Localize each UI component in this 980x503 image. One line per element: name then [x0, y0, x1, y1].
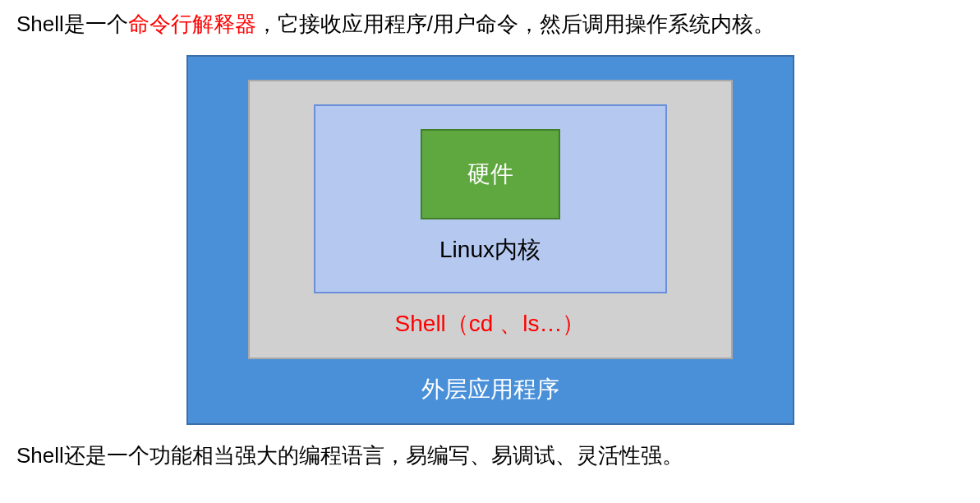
intro-suffix: ，它接收应用程序/用户命令，然后调用操作系统内核。	[256, 12, 775, 36]
intro-prefix: Shell是一个	[16, 12, 128, 36]
outer-apps-label: 外层应用程序	[421, 374, 559, 405]
kernel-label: Linux内核	[439, 234, 541, 265]
layer-kernel: 硬件 Linux内核	[314, 104, 667, 293]
intro-sentence: Shell是一个命令行解释器，它接收应用程序/用户命令，然后调用操作系统内核。	[16, 8, 964, 40]
intro-highlight: 命令行解释器	[128, 12, 256, 36]
shell-label: Shell（cd 、ls…）	[395, 308, 586, 339]
layer-shell: 硬件 Linux内核 Shell（cd 、ls…）	[248, 80, 733, 359]
layer-hardware: 硬件	[421, 129, 560, 219]
hardware-label: 硬件	[467, 159, 513, 190]
architecture-diagram: 硬件 Linux内核 Shell（cd 、ls…） 外层应用程序	[16, 55, 964, 425]
closing-sentence: Shell还是一个功能相当强大的编程语言，易编写、易调试、灵活性强。	[16, 440, 964, 472]
layer-outer-apps: 硬件 Linux内核 Shell（cd 、ls…） 外层应用程序	[186, 55, 794, 425]
